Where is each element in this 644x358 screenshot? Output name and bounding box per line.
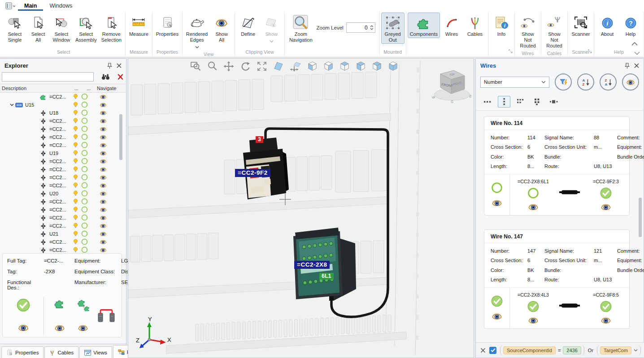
eye-icon[interactable]	[528, 203, 539, 212]
properties-button[interactable]: Properties	[154, 13, 181, 38]
sort-descending-button[interactable]: ZA	[600, 73, 617, 91]
status-ring-icon[interactable]	[81, 101, 88, 109]
status-ring-icon[interactable]	[81, 230, 88, 238]
eye-icon[interactable]	[100, 223, 107, 229]
tree-row[interactable]: =CC2...	[0, 141, 126, 149]
cube-3-tool-icon[interactable]	[339, 61, 350, 72]
tree-row[interactable]: =CC2...	[0, 198, 126, 206]
status-ring-icon[interactable]	[81, 190, 88, 198]
bottom-tab-cables[interactable]: Cables	[44, 346, 78, 358]
visibility-button[interactable]	[622, 73, 639, 91]
status-ring-icon[interactable]	[81, 214, 88, 222]
dialog-launcher-icon[interactable]	[509, 48, 513, 55]
select-single-button[interactable]: Select Single	[3, 13, 26, 44]
breaker-device[interactable]	[243, 138, 289, 199]
remove-filter-icon[interactable]	[480, 348, 486, 353]
eye-icon[interactable]	[100, 159, 107, 165]
status-ring-icon[interactable]	[81, 206, 88, 214]
sort-ascending-button[interactable]: AZ	[577, 73, 594, 91]
bulb-icon[interactable]	[73, 94, 78, 100]
components-button[interactable]: Components	[408, 13, 440, 38]
puzzle-icon[interactable]	[54, 298, 65, 310]
check-status-icon[interactable]	[600, 187, 612, 200]
3d-viewport[interactable]: Y X Z W S E FRONT RIGHT TOP 3 =CC2-9F2 =…	[128, 58, 474, 358]
status-ring-icon[interactable]	[81, 166, 88, 173]
layout-grid-small-toggle[interactable]	[514, 96, 527, 108]
bulb-icon[interactable]	[73, 223, 78, 229]
eye-icon[interactable]	[54, 324, 65, 333]
zoom-tool-icon[interactable]	[207, 61, 218, 72]
cube-2-tool-icon[interactable]	[323, 61, 334, 72]
tab-main[interactable]: Main	[18, 1, 43, 11]
status-ring-icon[interactable]	[81, 158, 88, 165]
help-button[interactable]: ? Help	[619, 13, 642, 38]
status-ring-icon[interactable]	[81, 150, 88, 157]
info-button[interactable]: i Info	[490, 13, 513, 38]
panel-expand-chevron-icon[interactable]	[634, 50, 640, 56]
remove-selection-button[interactable]: Remove Selection	[99, 13, 124, 44]
view-cube[interactable]: W S E FRONT RIGHT TOP	[431, 70, 472, 104]
eye-icon[interactable]	[100, 207, 107, 213]
bulb-icon[interactable]	[73, 198, 78, 205]
eye-icon[interactable]	[492, 199, 502, 208]
pan-tool-icon[interactable]	[223, 61, 234, 72]
tree-row[interactable]: =CC2...	[0, 165, 126, 173]
tree-row[interactable]: =CC2...	[0, 117, 126, 125]
tree-row[interactable]: U21	[0, 230, 126, 238]
status-ring-icon[interactable]	[81, 93, 88, 101]
mounted-check-icon[interactable]	[17, 298, 30, 313]
status-ring-icon[interactable]	[81, 117, 88, 125]
bulb-icon[interactable]	[73, 102, 78, 108]
check-status-icon[interactable]	[527, 301, 539, 314]
clip-plane-tool-icon[interactable]	[273, 61, 284, 72]
eye-icon[interactable]	[100, 167, 107, 173]
bulb-icon[interactable]	[73, 166, 78, 173]
eye-icon[interactable]	[100, 126, 107, 133]
layout-grid-toggle[interactable]	[531, 96, 544, 108]
about-button[interactable]: i About	[596, 13, 619, 38]
tree-row[interactable]: =CC2...	[0, 238, 126, 246]
tree-row[interactable]: =CC2...	[0, 181, 126, 190]
puzzle-pair-icon[interactable]	[75, 298, 91, 314]
scanner-button[interactable]: Scanner	[569, 13, 592, 38]
eye-icon[interactable]	[100, 142, 107, 149]
cables-button[interactable]: Cables	[463, 13, 487, 38]
status-ring-icon[interactable]	[81, 238, 88, 246]
ribbon-collapse-button[interactable]	[631, 41, 638, 47]
zoom-navigation-button[interactable]: Zoom Navigation	[286, 13, 315, 44]
column-dots-2[interactable]: ...	[83, 86, 95, 91]
status-ring-icon[interactable]	[81, 134, 88, 141]
check-status-icon[interactable]	[491, 295, 503, 308]
tree-row[interactable]: U19	[0, 149, 126, 157]
tree-row[interactable]: =CC2...	[0, 93, 126, 101]
eye-icon[interactable]	[100, 239, 107, 246]
filter-value-chip[interactable]: 2436	[563, 346, 581, 354]
pin-icon[interactable]	[625, 63, 630, 69]
ring-status-icon[interactable]	[491, 182, 503, 195]
select-all-button[interactable]: Select All	[26, 13, 50, 44]
device-label-2x8[interactable]: =CC2-2X8	[294, 261, 330, 269]
layout-carousel-toggle[interactable]	[548, 96, 560, 108]
cube-5-tool-icon[interactable]	[372, 61, 382, 72]
eye-icon[interactable]	[600, 203, 611, 212]
bulb-icon[interactable]	[73, 215, 78, 221]
eye-icon[interactable]	[100, 151, 107, 157]
filter-operator[interactable]: =	[558, 348, 561, 353]
bottom-tab-properties[interactable]: Properties	[1, 346, 44, 358]
bulb-icon[interactable]	[73, 126, 78, 133]
eye-icon[interactable]	[100, 118, 107, 125]
rotate-tool-icon[interactable]	[240, 61, 251, 72]
tree-row[interactable]: =CC2...	[0, 173, 126, 181]
rendered-edges-button[interactable]: Rendered Edges	[184, 13, 210, 51]
show-button[interactable]: Show	[260, 13, 283, 45]
bulb-icon[interactable]	[73, 134, 78, 141]
bulb-icon[interactable]	[73, 150, 78, 157]
status-ring-icon[interactable]	[81, 222, 88, 230]
bulb-icon[interactable]	[73, 231, 78, 237]
move-plane-tool-icon[interactable]	[290, 61, 301, 72]
search-binoculars-icon[interactable]	[101, 73, 110, 80]
dialog-launcher-icon[interactable]	[588, 48, 592, 55]
filter-field-chip[interactable]: SourceComponentId	[503, 346, 556, 354]
filter-enabled-checkbox[interactable]	[489, 347, 496, 354]
status-ring-icon[interactable]	[81, 198, 88, 206]
